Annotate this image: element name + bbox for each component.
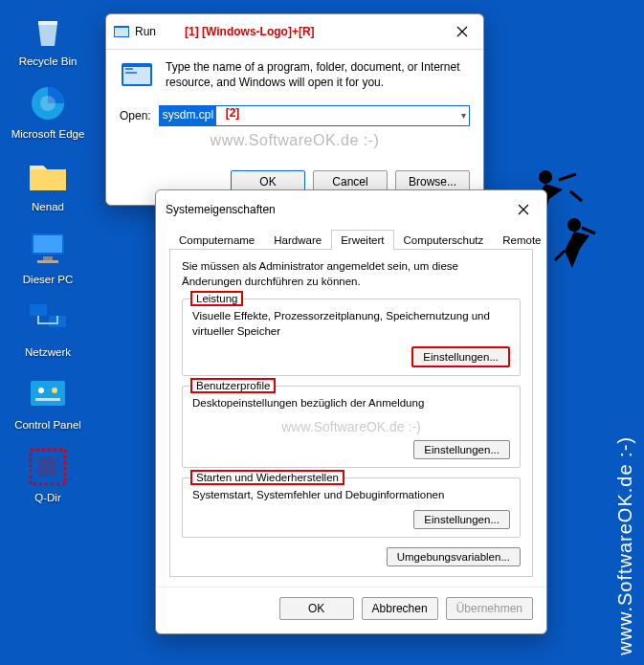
this-pc-label: Dieser PC (10, 274, 86, 285)
system-properties-dialog: Systemeigenschaften Computername Hardwar… (155, 189, 547, 634)
sysprop-cancel-button[interactable]: Abbrechen (362, 597, 438, 620)
control-panel-label: Control Panel (10, 419, 86, 431)
group-starten: Starten und Wiederherstellen Systemstart… (182, 477, 521, 539)
watermark-text: www.SoftwareOK.de :-) (120, 132, 470, 149)
desc-benutzer: Desktopeinstellungen bezüglich der Anmel… (192, 396, 510, 411)
sysprop-tabs: Computername Hardware Erweitert Computer… (169, 229, 533, 250)
run-description: Type the name of a program, folder, docu… (166, 59, 470, 94)
open-annotation: [2] (226, 106, 240, 120)
edge-icon[interactable]: Microsoft Edge (10, 82, 86, 140)
svg-rect-3 (33, 235, 62, 253)
svg-point-18 (539, 170, 552, 184)
open-label: Open: (120, 109, 151, 122)
tab-hardware[interactable]: Hardware (264, 230, 331, 250)
legend-benutzer: Benutzerprofile (190, 378, 276, 393)
run-titlebar: Run [1] [Windows-Logo]+[R] (106, 14, 483, 50)
sysprop-title: Systemeigenschaften (166, 203, 276, 216)
svg-rect-6 (30, 304, 47, 316)
sysprop-close-button[interactable] (510, 198, 537, 221)
run-prompt-icon (120, 59, 154, 94)
run-dialog: Run [1] [Windows-Logo]+[R] Type the name… (105, 13, 484, 206)
sysprop-titlebar: Systemeigenschaften (156, 190, 546, 225)
recycle-bin-icon[interactable]: Recycle Bin (10, 10, 86, 67)
sysprop-ok-button[interactable]: OK (279, 597, 354, 620)
network-label: Netzwerk (10, 346, 86, 358)
legend-leistung: Leistung (190, 291, 243, 306)
watermark-text-2: www.SoftwareOK.de :-) (192, 419, 510, 434)
open-combobox[interactable]: sysdm.cpl [2] ▾ (159, 105, 470, 126)
svg-rect-8 (31, 381, 65, 406)
tab-remote[interactable]: Remote (493, 230, 550, 250)
recycle-bin-label: Recycle Bin (10, 55, 86, 67)
svg-point-1 (40, 96, 56, 111)
group-leistung: Leistung Visuelle Effekte, Prozessorzeit… (182, 299, 521, 376)
run-title: Run (135, 25, 156, 38)
svg-point-9 (38, 388, 44, 393)
svg-rect-11 (35, 398, 60, 401)
svg-point-10 (52, 388, 57, 393)
tab-erweitert[interactable]: Erweitert (331, 230, 393, 250)
desktop: Recycle Bin Microsoft Edge Nenad Dieser … (10, 10, 86, 519)
this-pc-icon[interactable]: Dieser PC (10, 228, 86, 285)
settings-leistung-button[interactable]: Einstellungen... (411, 346, 510, 367)
desc-starten: Systemstart, Systemfehler und Debuginfor… (192, 488, 510, 503)
settings-starten-button[interactable]: Einstellungen... (413, 510, 510, 529)
network-icon[interactable]: Netzwerk (10, 300, 86, 358)
svg-rect-13 (38, 457, 57, 477)
settings-benutzer-button[interactable]: Einstellungen... (413, 440, 510, 459)
run-app-icon (114, 24, 129, 39)
folder-nenad-icon[interactable]: Nenad (10, 155, 86, 212)
legend-starten: Starten und Wiederherstellen (190, 470, 344, 485)
svg-rect-5 (37, 260, 58, 263)
tab-computerschutz[interactable]: Computerschutz (394, 230, 494, 250)
desc-leistung: Visuelle Effekte, Prozessorzeitplanung, … (192, 309, 510, 339)
svg-rect-4 (43, 256, 53, 260)
group-benutzerprofile: Benutzerprofile Desktopeinstellungen bez… (182, 386, 521, 468)
svg-point-19 (567, 218, 581, 232)
admin-note: Sie müssen als Administrator angemeldet … (182, 259, 521, 289)
qdir-icon[interactable]: Q-Dir (10, 446, 86, 503)
svg-rect-15 (115, 28, 128, 36)
side-watermark: www.SoftwareOK.de :-) (614, 436, 636, 655)
run-close-button[interactable] (449, 20, 476, 43)
sysprop-apply-button: Übernehmen (446, 597, 533, 620)
control-panel-icon[interactable]: Control Panel (10, 373, 86, 431)
tab-computername[interactable]: Computername (169, 230, 264, 250)
run-annotation: [1] [Windows-Logo]+[R] (185, 25, 315, 38)
qdir-label: Q-Dir (10, 492, 86, 503)
edge-label: Microsoft Edge (10, 128, 86, 140)
folder-nenad-label: Nenad (10, 201, 86, 212)
env-vars-button[interactable]: Umgebungsvariablen... (387, 547, 521, 566)
open-value-selected: sysdm.cpl (160, 106, 216, 125)
